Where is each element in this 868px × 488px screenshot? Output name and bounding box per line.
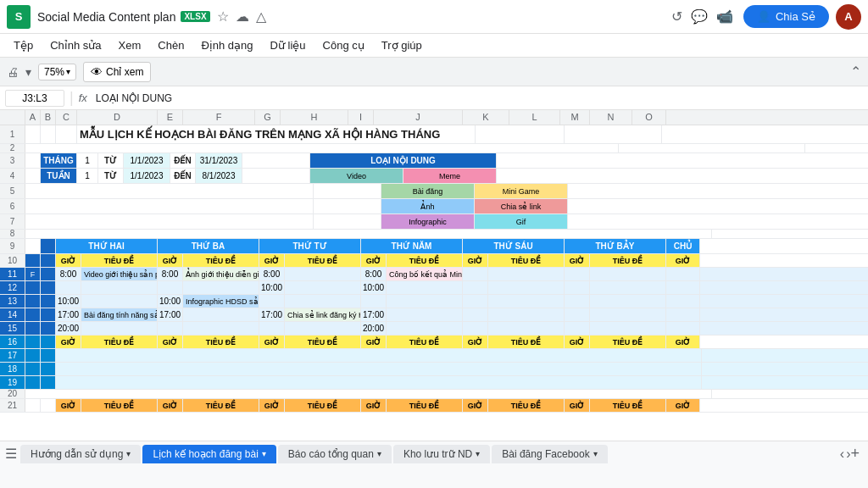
cell-gio3-r11[interactable]: 8:00 [259, 268, 285, 280]
cell-c5-r13[interactable] [488, 295, 565, 308]
sub-gio6[interactable]: GIỜ [565, 254, 590, 267]
cell-c3-r11[interactable] [285, 268, 361, 280]
header-thu-nam[interactable]: THỨ NĂM [361, 239, 463, 253]
col-j[interactable]: J [374, 110, 463, 125]
cell-gio7-r21[interactable]: GIỜ [666, 399, 700, 412]
menu-congcu[interactable]: Công cụ [316, 37, 371, 53]
cell-gap6[interactable] [314, 199, 381, 214]
cell-row8[interactable] [25, 230, 712, 238]
view-button[interactable]: 👁 Chỉ xem [83, 62, 151, 82]
tab-prev-icon[interactable]: ‹ [840, 446, 844, 462]
cell-gio5-r15[interactable] [463, 322, 488, 335]
sub-tieude3[interactable]: TIÊU ĐỀ [285, 254, 361, 267]
tab-lichkehoach-chevron[interactable]: ▾ [262, 449, 266, 458]
star-icon[interactable]: ☆ [217, 8, 229, 25]
cell-gio6-r14[interactable] [565, 308, 590, 321]
cell-gio4-r15[interactable]: 20:00 [361, 322, 387, 335]
cell-gio4-r11[interactable]: 8:00 [361, 268, 387, 280]
cell-c3-r21[interactable]: TIÊU ĐỀ [285, 399, 361, 412]
col-b[interactable]: B [41, 110, 56, 125]
cell-gio4-r14[interactable]: 17:00 [361, 308, 387, 321]
video-icon[interactable]: 📹 [716, 8, 733, 25]
cell-gio5-r14[interactable] [463, 308, 488, 321]
cell-c6-r21[interactable]: TIÊU ĐỀ [590, 399, 666, 412]
col-o[interactable]: O [632, 110, 666, 125]
cell-gio1-r15[interactable]: 20:00 [56, 322, 81, 335]
tab-baocao[interactable]: Báo cáo tổng quan ▾ [278, 445, 392, 463]
cell-legend-header[interactable]: LOẠI NỘI DUNG [310, 153, 497, 168]
cell-gio5-r21[interactable]: GIỜ [463, 399, 488, 412]
chat-icon[interactable]: 💬 [691, 8, 708, 25]
cell-tuan-val[interactable]: 1 [77, 169, 98, 183]
cell-thang-val[interactable]: 1 [77, 153, 98, 168]
cell-c3-r12[interactable] [285, 281, 361, 294]
add-sheet-icon[interactable]: + [850, 445, 860, 463]
cell-c1-r11[interactable]: Video giới thiệu sản phẩm [81, 268, 158, 280]
col-i[interactable]: I [348, 110, 374, 125]
tab-huongdan[interactable]: Hướng dẫn sử dụng ▾ [20, 445, 141, 463]
cell-row5-gap[interactable] [25, 184, 314, 198]
cell-a12[interactable] [25, 281, 41, 294]
cell-c5-r12[interactable] [488, 281, 565, 294]
cell-gio3-r12[interactable]: 10:00 [259, 281, 285, 294]
sub-gio1[interactable]: GIỜ [56, 254, 81, 267]
sub-tieude4[interactable]: TIÊU ĐỀ [387, 254, 463, 267]
header-thu-bay[interactable]: THỨ BẢY [565, 239, 666, 253]
cell-zalo-b17[interactable] [41, 349, 56, 362]
cell-infographic[interactable]: Infographic [381, 214, 475, 229]
col-c[interactable]: C [56, 110, 77, 125]
cell-gio2-r15[interactable] [158, 322, 183, 335]
cell-tuan[interactable]: TUẦN [41, 169, 77, 183]
cell-c2-r14[interactable] [183, 308, 259, 321]
cell-gio2-r12[interactable] [158, 281, 183, 294]
cell-chu7-r13[interactable] [666, 295, 700, 308]
col-e[interactable]: E [158, 110, 183, 125]
menu-chen[interactable]: Chèn [151, 37, 191, 53]
cell-gio1-r13[interactable]: 10:00 [56, 295, 81, 308]
zalo-tieu3[interactable]: TIÊU ĐỀ [285, 336, 361, 348]
cell-zalo-r18[interactable] [56, 363, 702, 375]
header-thu-sau[interactable]: THỨ SÁU [463, 239, 565, 253]
zalo-gio7[interactable]: GIỜ [666, 336, 700, 348]
cell-gio6-r11[interactable] [565, 268, 590, 280]
header-thu-ba[interactable]: THỨ BA [158, 239, 259, 253]
cell-from1[interactable]: 1/1/2023 [124, 153, 170, 168]
cell-gio1-r12[interactable] [56, 281, 81, 294]
cell-a10[interactable] [25, 254, 41, 267]
sub-tieude1[interactable]: TIÊU ĐỀ [81, 254, 158, 267]
cell-b10[interactable] [41, 254, 56, 267]
cell-c4-r13[interactable] [387, 295, 463, 308]
col-l[interactable]: L [509, 110, 560, 125]
cell-b13[interactable] [41, 295, 56, 308]
cell-gap5[interactable] [314, 184, 381, 198]
share-button[interactable]: 👤 Chia Sẻ [743, 5, 829, 28]
sub-tieude2[interactable]: TIÊU ĐỀ [183, 254, 259, 267]
sub-gio5[interactable]: GIỜ [463, 254, 488, 267]
cell-to2[interactable]: 8/1/2023 [196, 169, 242, 183]
cell-gio6-r21[interactable]: GIỜ [565, 399, 590, 412]
cell-gio6-r12[interactable] [565, 281, 590, 294]
header-thu-tu[interactable]: THỨ TƯ [259, 239, 361, 253]
cell-gap1[interactable] [242, 153, 310, 168]
cell-gio2-r11[interactable]: 8:00 [158, 268, 183, 280]
cell-chu7-r11[interactable] [666, 268, 700, 280]
sub-gio2[interactable]: GIỜ [158, 254, 183, 267]
cell-c5-r21[interactable]: TIÊU ĐỀ [488, 399, 565, 412]
zalo-tieu6[interactable]: TIÊU ĐỀ [590, 336, 666, 348]
cell-a16[interactable] [25, 336, 41, 348]
cell-c2-r15[interactable] [183, 322, 259, 335]
cell-b12[interactable] [41, 281, 56, 294]
header-chu-nhat[interactable]: CHỦ [666, 239, 700, 253]
cell-c2-r13[interactable]: Infographic HDSD sản phẩm [183, 295, 259, 308]
tab-kho[interactable]: Kho lưu trữ ND ▾ [393, 445, 490, 463]
cell-c3-r15[interactable] [285, 322, 361, 335]
tab-baidang-chevron[interactable]: ▾ [593, 449, 598, 458]
cell-gio1-r11[interactable]: 8:00 [56, 268, 81, 280]
cell-c4-r14[interactable] [387, 308, 463, 321]
cell-den1[interactable]: ĐẾN [170, 153, 196, 168]
cell-c1-r12[interactable] [81, 281, 158, 294]
cell-gio5-r11[interactable] [463, 268, 488, 280]
menu-tep[interactable]: Tệp [7, 37, 40, 53]
cell-row7-gap[interactable] [25, 214, 314, 229]
avatar[interactable]: A [836, 4, 861, 30]
